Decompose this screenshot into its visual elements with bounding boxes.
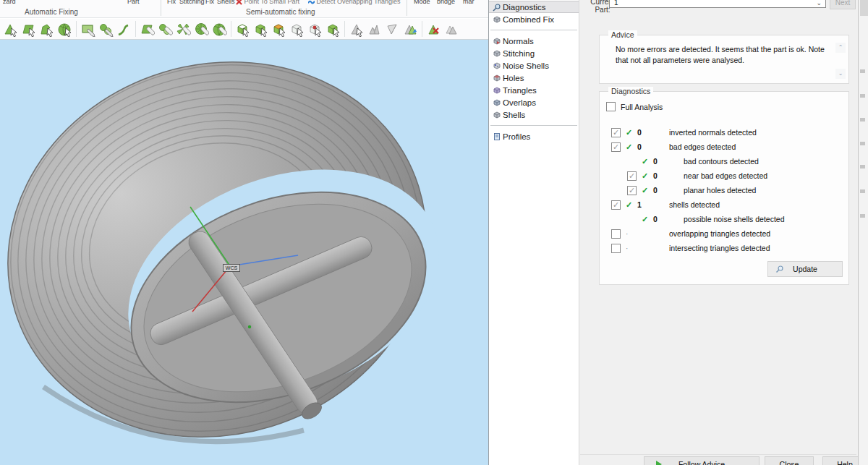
diag-label: possible noise shells detected xyxy=(684,215,785,223)
group-label-automatic-fixing: Automatic Fixing xyxy=(25,8,78,16)
diag-row-bad-edges: ✓ 0 bad edges detected xyxy=(611,141,736,153)
cube-select-marked-icon[interactable] xyxy=(307,21,323,38)
ribbon-button-point-to-small-part[interactable]: Point To Small Part xyxy=(236,0,299,5)
ribbon-button-stitching[interactable]: Stitching xyxy=(179,0,205,5)
cube-select-visible-icon[interactable] xyxy=(252,21,269,38)
cube-select-through-icon[interactable] xyxy=(234,21,251,38)
sidebar-item-noise-shells[interactable]: Noise Shells xyxy=(489,59,579,72)
detect-overlapping-triangles-label: Detect Overlapping Triangles xyxy=(317,0,401,5)
ribbon-button-part[interactable]: Part xyxy=(127,0,140,5)
ribbon-separator xyxy=(161,0,161,16)
unmark-disc-icon[interactable] xyxy=(193,21,210,38)
count-value: 0 xyxy=(637,142,647,151)
duplicate-triangles-icon[interactable] xyxy=(443,21,460,38)
3d-viewport[interactable]: WCS xyxy=(0,40,488,465)
ribbon-button-detect-overlapping-triangles[interactable]: Detect Overlapping Triangles xyxy=(308,0,401,5)
sidebar-item-stitching[interactable]: Stitching xyxy=(489,47,579,59)
shells-checkbox[interactable] xyxy=(611,200,621,210)
delete-marked-triangles-icon[interactable] xyxy=(425,21,442,38)
sidebar-item-triangles[interactable]: Triangles xyxy=(489,84,579,96)
diag-row-bad-contours: ✓ 0 bad contours detected xyxy=(642,155,759,167)
unmark-shell-icon[interactable] xyxy=(211,21,228,38)
mark-surface-tool-icon[interactable] xyxy=(38,21,55,38)
sidebar-item-label: Diagnostics xyxy=(503,3,545,12)
ribbon-button-mode[interactable]: Mode xyxy=(414,0,430,5)
check-ok-icon: ✓ xyxy=(626,200,634,210)
ribbon-button-fix-1[interactable]: Fix xyxy=(167,0,176,5)
triangle-tool-disabled-icon[interactable] xyxy=(348,21,365,38)
full-analysis-checkbox[interactable] xyxy=(606,102,616,111)
ribbon-button-marking[interactable]: mar xyxy=(463,0,475,5)
group-label-semi-automatic-fixing: Semi-automatic fixing xyxy=(246,8,315,16)
orient-triangles-icon[interactable] xyxy=(402,21,419,38)
cube-overlaps-icon xyxy=(493,98,501,107)
follow-advice-label: Follow Advice xyxy=(678,460,725,465)
sidebar-item-label: Holes xyxy=(503,74,524,82)
mark-shell-tool-icon[interactable] xyxy=(56,21,73,38)
toolbar-separator xyxy=(231,21,231,37)
ribbon-button-bridge[interactable]: bridge xyxy=(437,0,455,5)
point-to-small-part-label: Point To Small Part xyxy=(244,0,299,5)
fix-wizard-page-list: Diagnostics Combined Fix Normals Stitchi… xyxy=(488,0,579,465)
sidebar-item-overlaps[interactable]: Overlaps xyxy=(489,96,579,108)
flip-triangle-icon[interactable] xyxy=(384,21,401,38)
sidebar-item-shells[interactable]: Shells xyxy=(489,108,579,121)
cube-select-all-icon[interactable] xyxy=(325,21,341,38)
cube-select-none-icon[interactable] xyxy=(289,21,305,38)
near-bad-edges-checkbox[interactable] xyxy=(627,171,637,181)
crumpled-triangles-icon[interactable] xyxy=(366,21,383,38)
sidebar-item-diagnostics[interactable]: Diagnostics xyxy=(489,1,579,13)
mark-triangle-tool-icon[interactable] xyxy=(2,21,19,38)
close-button[interactable]: Close xyxy=(765,456,814,465)
check-ok-icon: ✓ xyxy=(642,157,650,166)
freeform-selection-icon[interactable] xyxy=(116,21,132,38)
not-analysed-icon: · xyxy=(626,230,634,238)
full-analysis-checkbox-row[interactable]: Full Analysis xyxy=(606,102,663,111)
sidebar-item-label: Shells xyxy=(503,111,525,119)
sidebar-item-normals[interactable]: Normals xyxy=(489,35,579,47)
scroll-down-icon[interactable]: ⌄ xyxy=(835,69,846,79)
overlapping-triangles-checkbox[interactable] xyxy=(611,229,621,239)
follow-advice-button[interactable]: Follow Advice xyxy=(644,456,760,465)
magnifier-icon xyxy=(775,265,784,273)
unmark-plane-icon[interactable] xyxy=(157,21,174,38)
ribbon-button-fix-2[interactable]: Fix xyxy=(205,0,214,5)
check-ok-icon: ✓ xyxy=(642,215,650,224)
mark-plane-tool-icon[interactable] xyxy=(20,21,37,38)
scroll-up-icon[interactable]: ⌃ xyxy=(835,43,846,53)
diag-row-possible-noise-shells: ✓ 0 possible noise shells detected xyxy=(642,213,785,225)
count-value: 0 xyxy=(637,128,647,137)
sidebar-item-holes[interactable]: Holes xyxy=(489,72,579,84)
circle-selection-icon[interactable] xyxy=(98,21,114,38)
next-button[interactable]: Next xyxy=(830,0,856,9)
rectangle-selection-icon[interactable] xyxy=(80,21,96,38)
diag-row-inverted-normals: ✓ 0 inverted normals detected xyxy=(611,127,757,138)
unmark-fan-icon[interactable] xyxy=(175,21,192,38)
ribbon-separator xyxy=(407,0,407,16)
ribbon-button-shells[interactable]: Shells xyxy=(217,0,235,5)
count-value: 0 xyxy=(653,215,663,223)
inverted-normals-checkbox[interactable] xyxy=(611,128,621,137)
sidebar-item-profiles[interactable]: Profiles xyxy=(489,130,579,142)
ribbon-button-wizard[interactable]: zard xyxy=(3,0,16,5)
sidebar-item-combined-fix[interactable]: Combined Fix xyxy=(489,13,579,25)
sidebar-item-label: Overlaps xyxy=(503,98,536,107)
document-icon xyxy=(493,132,501,141)
planar-holes-checkbox[interactable] xyxy=(627,186,637,195)
cube-select-top-icon[interactable] xyxy=(271,21,287,38)
update-button[interactable]: Update xyxy=(767,261,843,277)
left-column: zard Part Fix Stitching Fix Shells Point… xyxy=(0,0,488,465)
intersecting-triangles-checkbox[interactable] xyxy=(611,244,621,253)
green-arrow-icon xyxy=(656,461,662,465)
unmark-triangles-icon[interactable] xyxy=(139,21,156,38)
diag-row-shells: ✓ 1 shells detected xyxy=(611,199,720,210)
current-part-dropdown[interactable]: 1 ⌄ xyxy=(609,0,826,8)
overlap-wave-icon xyxy=(308,0,315,5)
check-ok-icon: ✓ xyxy=(626,128,634,137)
chevron-down-icon: ⌄ xyxy=(816,0,822,7)
sidebar-item-label: Stitching xyxy=(503,49,535,58)
check-ok-icon: ✓ xyxy=(642,186,650,195)
diag-row-overlapping-triangles: · overlapping triangles detected xyxy=(611,228,770,239)
3d-model-tire-mesh xyxy=(0,40,488,465)
bad-edges-checkbox[interactable] xyxy=(611,142,621,152)
